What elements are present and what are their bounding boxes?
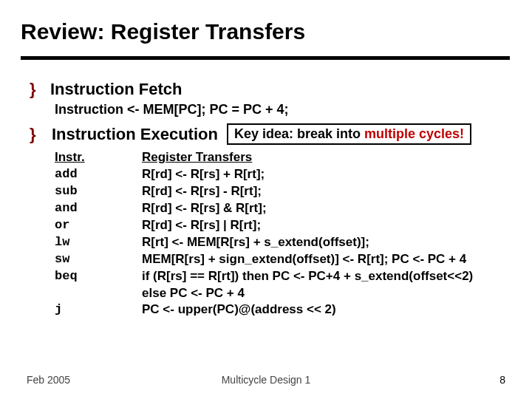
table-row: or R[rd] <- R[rs] | R[rt];	[55, 217, 508, 234]
table-row: sw MEM[R[rs] + sign_extend(offset)] <- R…	[55, 251, 508, 268]
content-area: } Instruction Fetch Instruction <- MEM[P…	[30, 80, 508, 318]
table-row: and R[rd] <- R[rs] & R[rt];	[55, 200, 508, 217]
cell-rt: R[rd] <- R[rs] & R[rt];	[142, 200, 508, 217]
bullet-exec-label: Instruction Execution	[52, 125, 218, 144]
cell-instr: add	[55, 166, 142, 183]
cell-instr: or	[55, 217, 142, 234]
cell-rt: R[rd] <- R[rs] - R[rt];	[142, 183, 508, 200]
slide-title: Review: Register Transfers	[21, 19, 305, 44]
title-rule	[21, 56, 510, 60]
callout-highlight: multiple cycles!	[364, 126, 464, 141]
cell-instr: beq	[55, 268, 142, 285]
cell-instr: lw	[55, 234, 142, 251]
cell-instr	[55, 285, 142, 302]
table-row: sub R[rd] <- R[rs] - R[rt];	[55, 183, 508, 200]
table-header: Instr. Register Transfers	[55, 149, 508, 166]
cell-instr: and	[55, 200, 142, 217]
bullet-exec: } Instruction Execution Key idea: break …	[30, 123, 508, 145]
th-instr: Instr.	[55, 149, 142, 166]
cell-instr: sub	[55, 183, 142, 200]
cell-rt: PC <- upper(PC)@(address << 2)	[142, 301, 508, 318]
table-row: add R[rd] <- R[rs] + R[rt];	[55, 166, 508, 183]
th-rt: Register Transfers	[142, 149, 508, 166]
fetch-detail: Instruction <- MEM[PC]; PC = PC + 4;	[55, 102, 508, 117]
cell-rt: R[rd] <- R[rs] | R[rt];	[142, 217, 508, 234]
table-row: else PC <- PC + 4	[55, 285, 508, 302]
cell-instr: sw	[55, 251, 142, 268]
table-row: beq if (R[rs] == R[rt]) then PC <- PC+4 …	[55, 268, 508, 285]
cell-rt: R[rd] <- R[rs] + R[rt];	[142, 166, 508, 183]
callout-box: Key idea: break into multiple cycles!	[227, 123, 471, 145]
callout-text: Key idea: break into	[234, 126, 364, 141]
cell-rt: else PC <- PC + 4	[142, 285, 508, 302]
cell-rt: if (R[rs] == R[rt]) then PC <- PC+4 + s_…	[142, 268, 508, 285]
bullet-icon: }	[30, 125, 43, 144]
cell-rt: MEM[R[rs] + sign_extend(offset)] <- R[rt…	[142, 251, 508, 268]
bullet-fetch-label: Instruction Fetch	[50, 80, 182, 99]
cell-instr: j	[55, 301, 142, 318]
footer-title: Multicycle Design 1	[27, 374, 505, 386]
slide: Review: Register Transfers } Instruction…	[0, 0, 532, 399]
table-row: lw R[rt] <- MEM[R[rs] + s_extend(offset)…	[55, 234, 508, 251]
table-row: j PC <- upper(PC)@(address << 2)	[55, 301, 508, 318]
footer: Feb 2005 Multicycle Design 1 8	[27, 374, 505, 386]
cell-rt: R[rt] <- MEM[R[rs] + s_extend(offset)];	[142, 234, 508, 251]
transfer-table: Instr. Register Transfers add R[rd] <- R…	[55, 149, 508, 318]
bullet-icon: }	[30, 80, 43, 99]
bullet-fetch: } Instruction Fetch	[30, 80, 508, 99]
